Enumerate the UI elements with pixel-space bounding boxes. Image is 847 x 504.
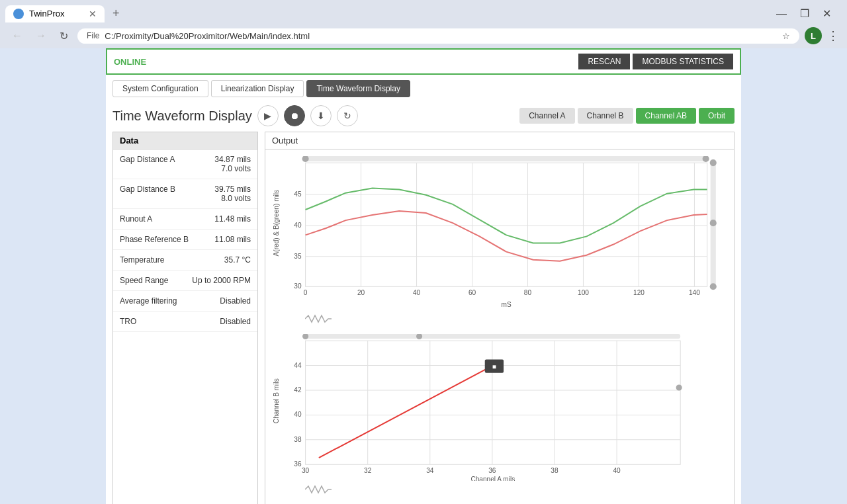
tab-linearization-display[interactable]: Linearization Display — [211, 80, 304, 97]
svg-text:36: 36 — [488, 467, 496, 474]
stop-btn[interactable]: ⏺ — [284, 105, 305, 126]
svg-point-29 — [710, 159, 717, 166]
svg-text:80: 80 — [524, 289, 532, 296]
minimize-btn[interactable]: — — [771, 6, 792, 21]
browser-chrome: TwinProx ✕ + — ❐ ✕ ← → ↻ File C:/Proximi… — [0, 0, 847, 48]
orbit-chart-container: ■ 44 42 40 38 36 30 32 34 — [265, 334, 734, 504]
reload-btn[interactable]: ↻ — [56, 28, 72, 44]
waveform-chart: 45 40 35 30 0 20 40 60 80 100 120 140 A(… — [272, 156, 727, 310]
file-icon: File — [87, 31, 99, 40]
data-row-gap-a: Gap Distance A 34.87 mils 7.0 volts — [113, 149, 257, 179]
tab-favicon — [13, 9, 24, 19]
gap-b-label: Gap Distance B — [120, 185, 175, 194]
svg-text:35: 35 — [294, 253, 302, 260]
svg-text:120: 120 — [633, 289, 645, 296]
svg-text:mS: mS — [502, 301, 512, 308]
modbus-btn[interactable]: MODBUS STATISTICS — [633, 54, 733, 69]
data-row-phase-b: Phase Reference B 11.08 mils — [113, 230, 257, 250]
svg-point-48 — [676, 384, 682, 390]
data-panel-header: Data — [113, 132, 257, 149]
stop-icon: ⏺ — [290, 110, 299, 121]
svg-point-31 — [710, 283, 717, 290]
svg-point-30 — [710, 220, 717, 226]
window-controls: — ❐ ✕ — [771, 6, 842, 21]
svg-text:40: 40 — [294, 411, 302, 418]
phase-b-label: Phase Reference B — [120, 235, 189, 244]
profile-btn[interactable]: L — [805, 27, 822, 44]
svg-text:36: 36 — [294, 460, 302, 468]
svg-text:40: 40 — [413, 289, 421, 296]
rescan-btn[interactable]: RESCAN — [578, 54, 630, 69]
tab-close-btn[interactable]: ✕ — [89, 9, 97, 19]
svg-rect-32 — [306, 341, 681, 464]
temperature-value: 35.7 °C — [224, 255, 251, 265]
svg-text:■: ■ — [492, 362, 496, 370]
orbit-mini-icon — [305, 483, 332, 496]
browser-menu-btn[interactable]: ⋮ — [827, 28, 839, 43]
gap-a-value: 34.87 mils 7.0 volts — [214, 155, 251, 173]
bookmark-icon[interactable]: ☆ — [782, 31, 790, 41]
svg-text:38: 38 — [551, 467, 558, 474]
svg-text:A(red) & B(green) mils: A(red) & B(green) mils — [273, 190, 280, 257]
svg-text:42: 42 — [294, 386, 302, 394]
svg-text:20: 20 — [357, 289, 365, 296]
svg-text:40: 40 — [294, 222, 302, 229]
temperature-label: Temperature — [120, 255, 164, 265]
channel-ab-btn[interactable]: Channel AB — [636, 108, 696, 124]
svg-text:40: 40 — [613, 467, 621, 474]
back-btn[interactable]: ← — [8, 28, 26, 43]
url-text: C:/Proximity/Dual%20Proximitor/Web/Main/… — [105, 31, 777, 41]
active-tab[interactable]: TwinProx ✕ — [5, 5, 105, 22]
app-content: ONLINE RESCAN MODBUS STATISTICS System C… — [106, 48, 741, 504]
data-row-speed: Speed Range Up to 2000 RPM — [113, 271, 257, 291]
new-tab-btn[interactable]: + — [107, 4, 125, 23]
svg-text:140: 140 — [689, 289, 700, 296]
url-bar[interactable]: File C:/Proximity/Dual%20Proximitor/Web/… — [77, 28, 799, 44]
svg-rect-25 — [306, 156, 707, 161]
close-btn[interactable]: ✕ — [817, 6, 836, 21]
output-header: Output — [265, 132, 734, 149]
speed-value: Up to 2000 RPM — [192, 276, 251, 285]
svg-text:Channel B mils: Channel B mils — [273, 378, 280, 423]
refresh-btn[interactable]: ↻ — [337, 105, 358, 126]
download-icon: ⬇ — [317, 110, 325, 121]
channel-b-btn[interactable]: Channel B — [578, 108, 633, 124]
tab-system-configuration[interactable]: System Configuration — [112, 80, 208, 97]
maximize-btn[interactable]: ❐ — [795, 6, 815, 21]
forward-btn[interactable]: → — [32, 28, 50, 43]
tab-bar: TwinProx ✕ + — ❐ ✕ — [0, 0, 847, 23]
waveform-chart-container: 45 40 35 30 0 20 40 60 80 100 120 140 A(… — [265, 149, 734, 334]
tro-label: TRO — [120, 317, 136, 326]
data-row-gap-b: Gap Distance B 39.75 mils 8.0 volts — [113, 179, 257, 209]
speed-label: Speed Range — [120, 276, 168, 285]
nav-tabs: System Configuration Linearization Displ… — [106, 75, 741, 103]
svg-text:0: 0 — [304, 289, 308, 296]
channel-a-btn[interactable]: Channel A — [519, 108, 574, 124]
runout-a-label: Runout A — [120, 214, 152, 224]
play-icon: ▶ — [264, 110, 271, 121]
gap-a-label: Gap Distance A — [120, 155, 175, 164]
download-btn[interactable]: ⬇ — [310, 105, 332, 126]
svg-rect-45 — [306, 334, 681, 339]
avg-filter-label: Average filtering — [120, 296, 177, 306]
svg-rect-0 — [306, 163, 707, 286]
play-btn[interactable]: ▶ — [257, 105, 279, 126]
tab-time-waveform-display[interactable]: Time Waveform Display — [306, 80, 410, 97]
main-layout: Data Gap Distance A 34.87 mils 7.0 volts… — [106, 132, 741, 504]
svg-text:30: 30 — [294, 282, 302, 290]
page-title: Time Waveform Display — [112, 108, 252, 124]
svg-text:100: 100 — [578, 289, 589, 296]
gap-b-value: 39.75 mils 8.0 volts — [214, 185, 251, 203]
runout-a-value: 11.48 mils — [214, 214, 251, 224]
output-panel: Output — [265, 132, 735, 504]
svg-text:60: 60 — [468, 289, 476, 296]
orbit-chart: ■ 44 42 40 38 36 30 32 34 — [272, 334, 727, 482]
orbit-btn[interactable]: Orbit — [699, 108, 735, 124]
tro-value: Disabled — [220, 317, 251, 326]
address-bar: ← → ↻ File C:/Proximity/Dual%20Proximito… — [0, 23, 847, 48]
svg-text:44: 44 — [294, 361, 302, 368]
top-bar: ONLINE RESCAN MODBUS STATISTICS — [106, 48, 741, 75]
svg-text:34: 34 — [426, 467, 434, 474]
data-row-avg-filter: Average filtering Disabled — [113, 291, 257, 312]
data-row-temperature: Temperature 35.7 °C — [113, 250, 257, 271]
